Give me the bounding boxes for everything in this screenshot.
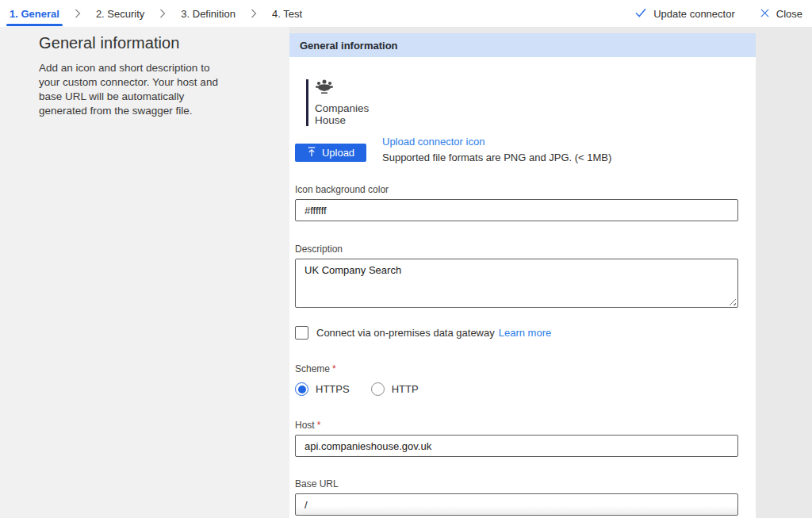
connector-logo: Companies House xyxy=(306,79,369,126)
host-input[interactable] xyxy=(295,435,738,457)
upload-section: Upload Upload connector icon Supported f… xyxy=(295,134,738,163)
icon-background-label: Icon background color xyxy=(295,184,738,195)
check-icon xyxy=(635,8,646,20)
chevron-right-icon xyxy=(159,0,166,27)
chevron-right-icon xyxy=(75,0,81,27)
scheme-http-label[interactable]: HTTP xyxy=(392,383,419,395)
tab-security[interactable]: 2. Security xyxy=(94,0,146,27)
sidebar: General information Add an icon and shor… xyxy=(0,27,289,518)
close-icon xyxy=(760,8,769,20)
scheme-http-radio[interactable] xyxy=(371,382,385,396)
upload-icon xyxy=(307,147,316,159)
gateway-row: Connect via on-premises data gateway Lea… xyxy=(295,326,738,340)
upload-button-label: Upload xyxy=(322,147,354,159)
base-url-field: Base URL xyxy=(295,478,738,516)
tab-test-label: 4. Test xyxy=(272,8,302,20)
tab-security-label: 2. Security xyxy=(96,8,144,20)
description-textarea[interactable]: UK Company Search xyxy=(295,259,738,308)
panel-area: General information xyxy=(289,27,812,518)
close-label: Close xyxy=(776,8,802,20)
upload-connector-icon-link[interactable]: Upload connector icon xyxy=(382,136,485,148)
description-label: Description xyxy=(295,244,738,255)
tab-general[interactable]: 1. General xyxy=(8,0,61,27)
update-connector-label: Update connector xyxy=(653,8,735,20)
tab-general-label: 1. General xyxy=(10,8,59,20)
base-url-label: Base URL xyxy=(295,478,738,489)
close-button[interactable]: Close xyxy=(760,8,802,20)
tab-definition[interactable]: 3. Definition xyxy=(179,0,237,27)
upload-button[interactable]: Upload xyxy=(295,144,366,162)
upload-info: Upload connector icon Supported file for… xyxy=(382,134,611,163)
page-description: Add an icon and short description to you… xyxy=(39,61,231,118)
gateway-label[interactable]: Connect via on-premises data gateway xyxy=(316,327,495,339)
toolbar-actions: Update connector Close xyxy=(635,0,802,27)
gateway-checkbox[interactable] xyxy=(295,326,308,340)
general-information-panel: General information xyxy=(289,33,756,518)
page-title: General information xyxy=(39,34,258,52)
scheme-label: Scheme* xyxy=(295,363,738,374)
logo-text-line1: Companies xyxy=(315,102,369,114)
wizard-steps: 1. General 2. Security 3. Definition 4. … xyxy=(8,0,304,27)
scheme-https-radio[interactable] xyxy=(295,382,308,396)
update-connector-button[interactable]: Update connector xyxy=(635,8,735,20)
required-marker: * xyxy=(332,363,336,374)
panel-header: General information xyxy=(289,33,756,57)
scheme-https-label[interactable]: HTTPS xyxy=(316,383,350,395)
host-label: Host* xyxy=(295,420,738,431)
description-field: Description UK Company Search xyxy=(295,244,738,308)
tab-definition-label: 3. Definition xyxy=(181,8,236,20)
tab-test[interactable]: 4. Test xyxy=(270,0,304,27)
scheme-options: HTTPS HTTP xyxy=(295,382,738,396)
description-textarea-wrap: UK Company Search xyxy=(295,259,738,308)
host-field: Host* xyxy=(295,420,738,457)
royal-crest-icon xyxy=(315,79,369,100)
icon-background-input[interactable] xyxy=(295,199,738,221)
wizard-step-bar: 1. General 2. Security 3. Definition 4. … xyxy=(0,0,812,27)
chevron-right-icon xyxy=(251,0,257,27)
required-marker: * xyxy=(317,420,321,431)
scheme-field: Scheme* HTTPS HTTP xyxy=(295,363,738,396)
icon-background-field: Icon background color xyxy=(295,184,738,221)
learn-more-link[interactable]: Learn more xyxy=(499,327,551,339)
panel-body: Companies House Upload Upload connector … xyxy=(289,57,756,518)
base-url-input[interactable] xyxy=(295,493,738,516)
logo-text-line2: House xyxy=(315,114,369,126)
page-content: General information Add an icon and shor… xyxy=(0,27,812,518)
upload-hint-text: Supported file formats are PNG and JPG. … xyxy=(382,152,611,163)
